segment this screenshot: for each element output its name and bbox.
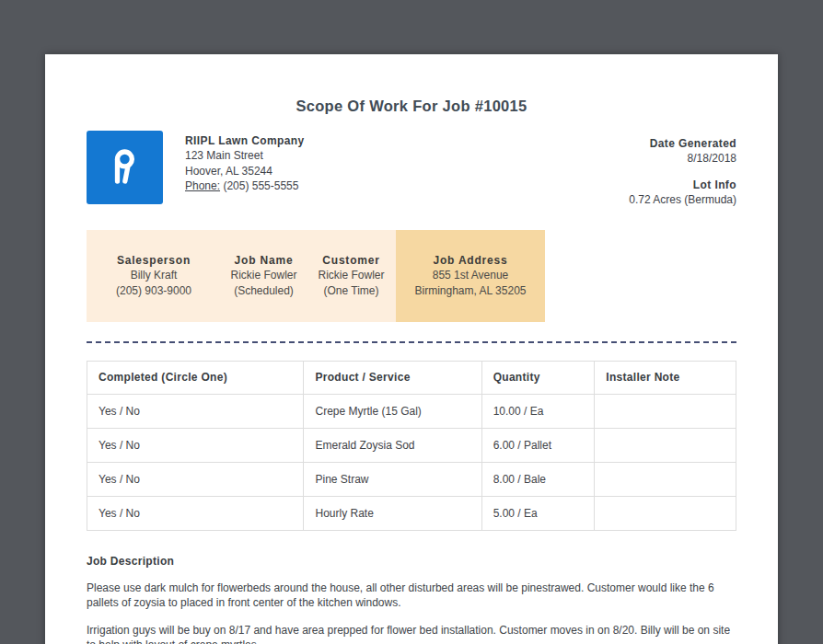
salesperson-cell: Salesperson Billy Kraft (205) 903-9000 xyxy=(87,230,221,322)
company-address-line2: Hoover, AL 35244 xyxy=(185,164,305,178)
table-row: Yes / No Emerald Zoysia Sod 6.00 / Palle… xyxy=(87,428,736,462)
company-logo xyxy=(87,131,163,204)
phone-number: (205) 555-5555 xyxy=(223,179,298,192)
table-row: Yes / No Hourly Rate 5.00 / Ea xyxy=(87,496,736,530)
header-quantity: Quantity xyxy=(481,361,595,394)
completed-cell: Yes / No xyxy=(87,394,304,428)
page-title: Scope Of Work For Job #10015 xyxy=(87,98,736,115)
product-cell: Pine Straw xyxy=(304,462,481,496)
customer-type: (One Time) xyxy=(307,283,396,299)
completed-cell: Yes / No xyxy=(87,462,304,496)
lot-info-label: Lot Info xyxy=(629,178,736,192)
job-name-label: Job Name xyxy=(221,253,307,269)
installer-note-cell xyxy=(595,428,736,462)
job-info-band: Salesperson Billy Kraft (205) 903-9000 J… xyxy=(87,230,545,322)
salesperson-label: Salesperson xyxy=(87,253,221,269)
product-cell: Crepe Myrtle (15 Gal) xyxy=(304,394,481,428)
completed-cell: Yes / No xyxy=(87,496,304,530)
salesperson-name: Billy Kraft xyxy=(87,268,221,283)
product-cell: Hourly Rate xyxy=(304,496,481,530)
table-row: Yes / No Pine Straw 8.00 / Bale xyxy=(87,462,736,496)
phone-label: Phone: xyxy=(185,179,220,192)
customer-name: Rickie Fowler xyxy=(307,268,396,283)
quantity-cell: 5.00 / Ea xyxy=(481,496,595,530)
quantity-cell: 8.00 / Bale xyxy=(481,462,595,496)
job-description-heading: Job Description xyxy=(87,555,736,568)
job-description-paragraph-1: Please use dark mulch for flowerbeds aro… xyxy=(87,581,736,610)
date-generated-value: 8/18/2018 xyxy=(629,151,736,166)
customer-label: Customer xyxy=(307,253,396,269)
installer-note-cell xyxy=(595,496,736,530)
work-items-table: Completed (Circle One) Product / Service… xyxy=(87,361,736,531)
dotted-divider xyxy=(87,341,736,343)
date-generated-label: Date Generated xyxy=(629,136,736,151)
job-address-label: Job Address xyxy=(396,253,545,269)
table-row: Yes / No Crepe Myrtle (15 Gal) 10.00 / E… xyxy=(87,394,736,428)
installer-note-cell xyxy=(595,462,736,496)
company-info: RIIPL Lawn Company 123 Main Street Hoove… xyxy=(185,131,305,208)
job-description-paragraph-2: Irrigation guys will be buy on 8/17 and … xyxy=(87,623,736,644)
job-name-status: (Scheduled) xyxy=(221,283,307,299)
job-address-street: 855 1st Avenue xyxy=(396,268,545,283)
document-header: RIIPL Lawn Company 123 Main Street Hoove… xyxy=(87,131,736,208)
job-address-city: Birmingham, AL 35205 xyxy=(396,283,545,299)
document-page: Scope Of Work For Job #10015 RIIPL Lawn … xyxy=(45,54,778,644)
salesperson-phone: (205) 903-9000 xyxy=(87,283,221,299)
job-name-value: Rickie Fowler xyxy=(221,268,307,283)
header-completed: Completed (Circle One) xyxy=(87,361,304,394)
installer-note-cell xyxy=(595,394,736,428)
product-cell: Emerald Zoysia Sod xyxy=(304,428,481,462)
completed-cell: Yes / No xyxy=(87,428,304,462)
company-address-line1: 123 Main Street xyxy=(185,148,305,163)
document-meta: Date Generated 8/18/2018 Lot Info 0.72 A… xyxy=(629,131,736,208)
company-name: RIIPL Lawn Company xyxy=(185,133,305,148)
table-header-row: Completed (Circle One) Product / Service… xyxy=(87,361,736,394)
lot-info-value: 0.72 Acres (Bermuda) xyxy=(629,192,736,207)
customer-cell: Customer Rickie Fowler (One Time) xyxy=(307,230,396,322)
header-product-service: Product / Service xyxy=(304,361,481,394)
quantity-cell: 6.00 / Pallet xyxy=(481,428,595,462)
job-name-cell: Job Name Rickie Fowler (Scheduled) xyxy=(221,230,307,322)
riipl-r-logo-icon xyxy=(110,145,141,190)
header-installer-note: Installer Note xyxy=(595,361,736,394)
quantity-cell: 10.00 / Ea xyxy=(481,394,595,428)
job-address-cell: Job Address 855 1st Avenue Birmingham, A… xyxy=(396,230,545,322)
company-phone: Phone: (205) 555-5555 xyxy=(185,178,305,193)
